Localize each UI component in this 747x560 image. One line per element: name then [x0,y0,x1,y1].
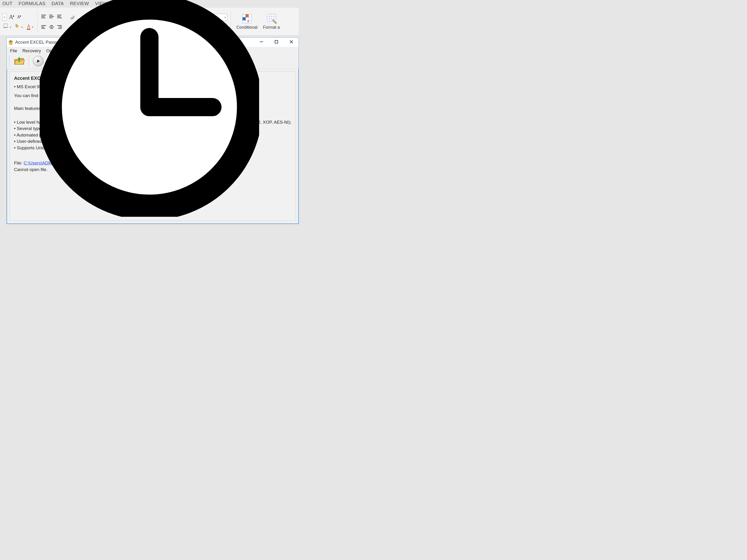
accent-window-title: Accent EXCEL Passw [15,40,59,45]
number-group: ▾ .0.00 .00.0 [181,14,227,29]
feature-item: User-defined sets o [14,138,291,145]
ribbon-body: ▾ A▴ A▾ ▾ ▾ A ▾ [0,8,299,36]
svg-text:.0: .0 [181,24,183,26]
tooltip: St [42,68,50,74]
toolbar-separator [29,56,30,66]
maximize-icon [274,40,279,44]
align-top-icon[interactable] [41,14,47,22]
ribbon-tab-data[interactable]: DATA [52,1,64,6]
feature-item: Supports Unicode an [14,145,291,151]
feature-text-0: Low level hand [17,120,47,125]
increase-decimal-icon[interactable]: .0.00 [181,23,189,29]
window-controls [257,40,297,45]
accent-menubar: File Recovery Opt [7,47,299,55]
accent-window: Accent EXCEL Passw File Recovery Opt [6,37,299,224]
accent-titlebar[interactable]: Accent EXCEL Passw [7,37,299,47]
ribbon-tabs: OUT FORMULAS DATA REVIEW VIEW [0,0,299,8]
ribbon-tab-review[interactable]: REVIEW [70,1,89,6]
format-table-icon [266,13,277,24]
play-icon [36,59,41,63]
decrease-decimal-icon[interactable]: .00.0 [192,23,200,29]
accent-logo-icon [8,40,13,45]
content-bullet-1: MS Excel 95- [14,83,291,90]
menu-options[interactable]: Opt [46,48,53,53]
file-line: File: C:\Users\ADMIN\Deskt [14,160,291,166]
ribbon-tab-layout[interactable]: OUT [2,1,12,6]
align-left-icon[interactable] [41,25,47,29]
styles-group: ≠ Conditional Format a [236,13,280,30]
feature-item: Several types of [14,125,291,132]
svg-point-22 [10,41,11,42]
format-as-table-button[interactable]: Format a [263,13,280,30]
feature-item: Automated passw [14,132,291,138]
close-button[interactable] [287,40,295,45]
accent-toolbar: St [7,55,299,69]
content-features-heading: Main features a [14,105,291,112]
group-divider-2 [231,11,231,32]
close-icon [289,40,293,44]
toolbar-grip [9,56,10,66]
conditional-label: Conditional [236,25,257,30]
svg-text:.00: .00 [184,25,187,28]
align-center-icon[interactable] [49,25,54,29]
file-path-link[interactable]: C:\Users\ADMIN\Deskt [24,161,69,165]
align-bottom-icon[interactable] [57,14,62,22]
menu-file[interactable]: File [10,48,17,53]
minimize-icon [259,40,263,44]
conditional-formatting-icon: ≠ [241,13,252,24]
alignment-group: ab ▾ [41,14,79,29]
format-table-label: Format a [263,25,280,30]
decrease-font-icon[interactable]: A▾ [17,15,22,20]
align-middle-icon[interactable] [49,14,54,22]
font-color-icon[interactable]: A ▾ [26,23,34,29]
stop-button[interactable] [47,56,58,66]
menu-recovery[interactable]: Recovery [22,48,41,53]
file-label: File: [14,161,24,165]
accent-content-panel: Accent EXCEL MS Excel 95- You can find m… [9,72,296,221]
fill-color-icon[interactable]: ▾ [14,23,24,30]
svg-text:≠: ≠ [247,19,249,23]
feature-rhs-fragment: X2, XOP, AES-NI); [255,119,291,126]
maximize-button[interactable] [273,40,280,45]
content-find-line: You can find m [14,92,291,99]
conditional-formatting-button[interactable]: ≠ Conditional [236,13,257,30]
svg-text:.00: .00 [192,24,196,26]
content-heading: Accent EXCEL [14,75,291,82]
font-group: ▾ A▴ A▾ ▾ ▾ A ▾ [2,14,34,30]
svg-rect-0 [4,24,7,28]
increase-font-icon[interactable]: A▴ [9,14,15,21]
border-icon[interactable]: ▾ [2,23,12,30]
minimize-button[interactable] [257,40,265,45]
svg-rect-13 [246,14,249,17]
features-list: Low level hand X2, XOP, AES-NI); Several… [14,119,291,151]
ribbon-tab-view[interactable]: VIEW [95,1,107,6]
open-file-button[interactable] [13,56,25,66]
error-line: Cannot open file. [14,166,291,173]
svg-rect-24 [275,41,278,43]
open-folder-icon [14,56,25,66]
font-size-select[interactable]: ▾ [2,14,6,21]
ribbon-tab-formulas[interactable]: FORMULAS [19,1,46,6]
svg-rect-16 [267,14,276,21]
start-button[interactable] [33,56,44,66]
align-right-icon[interactable] [57,25,62,29]
orientation-icon[interactable]: ab ▾ [69,14,79,22]
number-format-select[interactable]: ▾ [181,14,227,21]
svg-rect-14 [242,17,246,20]
feature-item: Low level hand X2, XOP, AES-NI); [14,119,291,126]
svg-rect-2 [15,28,20,28]
